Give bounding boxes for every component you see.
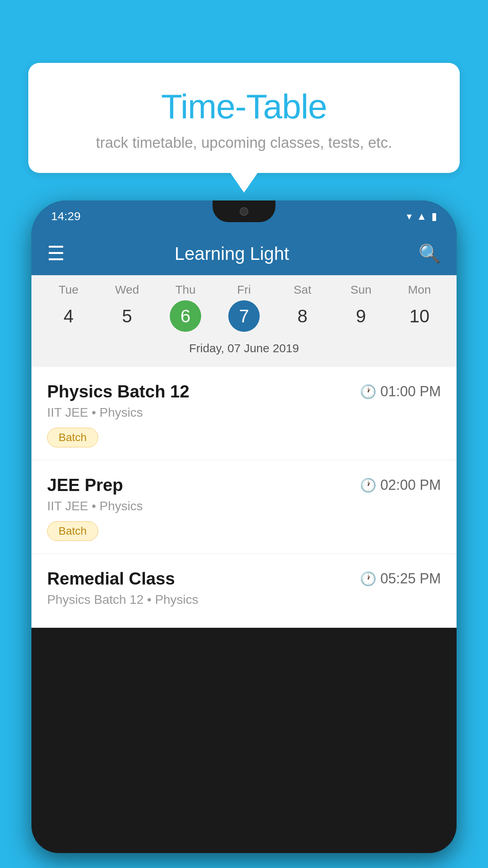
status-bar: 14:29 ▾ ▲ ▮	[31, 200, 457, 232]
schedule-time: 🕐01:00 PM	[360, 383, 441, 400]
schedule-item-header: JEE Prep🕐02:00 PM	[47, 475, 441, 495]
batch-tag: Batch	[47, 521, 98, 541]
schedule-item[interactable]: JEE Prep🕐02:00 PMIIT JEE • PhysicsBatch	[31, 460, 457, 554]
calendar-day[interactable]: Thu6	[160, 283, 211, 332]
wifi-icon: ▾	[407, 210, 412, 223]
phone-notch	[213, 200, 275, 222]
day-name: Thu	[175, 283, 196, 296]
schedule-subtitle: Physics Batch 12 • Physics	[47, 592, 441, 607]
schedule-list: Physics Batch 12🕐01:00 PMIIT JEE • Physi…	[31, 367, 457, 628]
day-number: 7	[228, 300, 260, 332]
calendar-day[interactable]: Sun9	[336, 283, 387, 332]
schedule-subtitle: IIT JEE • Physics	[47, 405, 441, 420]
schedule-title: Physics Batch 12	[47, 382, 189, 401]
calendar-day[interactable]: Sat8	[277, 283, 328, 332]
camera-icon	[240, 207, 248, 216]
calendar-day[interactable]: Mon10	[394, 283, 445, 332]
day-name: Fri	[237, 283, 251, 296]
day-name: Sun	[350, 283, 371, 296]
schedule-time: 🕐02:00 PM	[360, 477, 441, 493]
clock-icon: 🕐	[360, 477, 376, 493]
status-time: 14:29	[51, 210, 81, 223]
clock-icon: 🕐	[360, 384, 376, 399]
day-number: 9	[345, 300, 377, 332]
day-number: 4	[53, 300, 84, 332]
search-icon[interactable]: 🔍	[418, 243, 441, 264]
signal-icon: ▲	[416, 210, 427, 223]
schedule-title: JEE Prep	[47, 475, 123, 495]
app-title: Learning Light	[45, 243, 418, 264]
speech-bubble-container: Time-Table track timetable, upcoming cla…	[28, 63, 460, 173]
speech-bubble: Time-Table track timetable, upcoming cla…	[28, 63, 460, 173]
phone-container: 14:29 ▾ ▲ ▮ ☰ Learning Light 🔍 Tue4Wed5T…	[31, 200, 457, 868]
schedule-subtitle: IIT JEE • Physics	[47, 499, 441, 513]
calendar-days: Tue4Wed5Thu6Fri7Sat8Sun9Mon10	[31, 283, 457, 332]
schedule-title: Remedial Class	[47, 569, 175, 588]
day-number: 6	[170, 300, 201, 332]
schedule-item[interactable]: Remedial Class🕐05:25 PMPhysics Batch 12 …	[31, 554, 457, 628]
schedule-item-header: Remedial Class🕐05:25 PM	[47, 569, 441, 588]
batch-tag: Batch	[47, 428, 98, 447]
calendar-day[interactable]: Tue4	[43, 283, 94, 332]
speech-bubble-subtitle: track timetable, upcoming classes, tests…	[52, 134, 436, 151]
day-number: 8	[287, 300, 318, 332]
calendar-day[interactable]: Wed5	[101, 283, 152, 332]
day-name: Sat	[294, 283, 311, 296]
clock-icon: 🕐	[360, 571, 376, 587]
day-name: Wed	[115, 283, 139, 296]
battery-icon: ▮	[431, 210, 437, 223]
day-number: 10	[404, 300, 435, 332]
schedule-item-header: Physics Batch 12🕐01:00 PM	[47, 382, 441, 401]
schedule-time: 🕐05:25 PM	[360, 570, 441, 587]
day-number: 5	[111, 300, 143, 332]
status-icons: ▾ ▲ ▮	[407, 210, 437, 223]
app-bar: ☰ Learning Light 🔍	[31, 232, 457, 275]
speech-bubble-title: Time-Table	[52, 86, 436, 127]
calendar-date-label: Friday, 07 June 2019	[31, 338, 457, 363]
schedule-item[interactable]: Physics Batch 12🕐01:00 PMIIT JEE • Physi…	[31, 367, 457, 460]
day-name: Mon	[408, 283, 431, 296]
calendar-strip: Tue4Wed5Thu6Fri7Sat8Sun9Mon10 Friday, 07…	[31, 275, 457, 367]
calendar-day[interactable]: Fri7	[218, 283, 270, 332]
phone-frame: 14:29 ▾ ▲ ▮ ☰ Learning Light 🔍 Tue4Wed5T…	[31, 200, 457, 853]
day-name: Tue	[59, 283, 79, 296]
